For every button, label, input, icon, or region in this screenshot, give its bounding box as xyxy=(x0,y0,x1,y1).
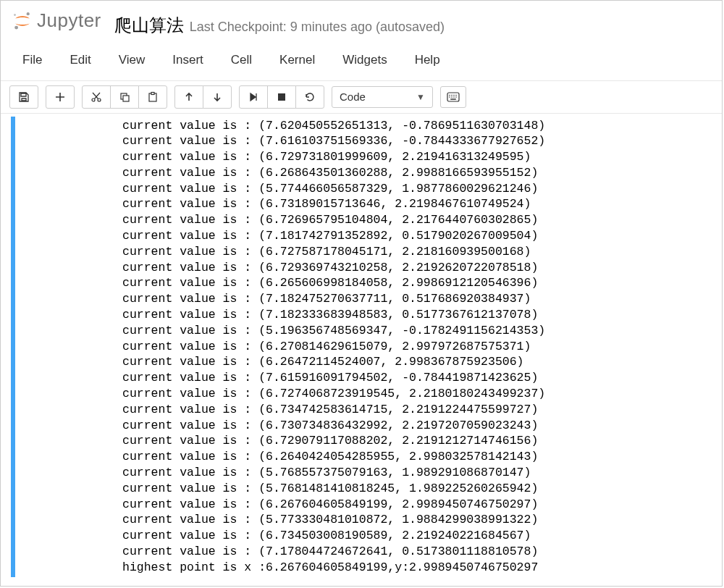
interrupt-button[interactable] xyxy=(267,85,296,109)
svg-rect-8 xyxy=(151,92,154,94)
notebook-area[interactable]: current value is : (7.620450552651313, -… xyxy=(1,114,722,583)
svg-rect-9 xyxy=(278,93,285,101)
insert-cell-button[interactable] xyxy=(46,85,75,109)
app-window: Jupyter 爬山算法 Last Checkpoint: 9 minutes … xyxy=(0,0,723,587)
menu-kernel[interactable]: Kernel xyxy=(271,47,324,73)
cell-type-select[interactable]: Code ▼ xyxy=(332,86,433,108)
notebook-title[interactable]: 爬山算法 xyxy=(114,14,184,37)
svg-point-11 xyxy=(449,94,450,96)
menu-edit[interactable]: Edit xyxy=(61,47,99,73)
svg-point-2 xyxy=(14,14,16,16)
svg-point-3 xyxy=(92,98,95,101)
svg-point-1 xyxy=(14,25,18,29)
cut-button[interactable] xyxy=(82,85,111,109)
svg-point-14 xyxy=(455,94,457,96)
copy-button[interactable] xyxy=(110,85,139,109)
svg-point-16 xyxy=(451,96,452,98)
menu-file[interactable]: File xyxy=(14,47,51,73)
keyboard-icon xyxy=(447,92,460,102)
checkpoint-text: Last Checkpoint: 9 minutes ago (autosave… xyxy=(190,20,445,35)
command-palette-button[interactable] xyxy=(440,86,466,108)
menu-view[interactable]: View xyxy=(110,47,154,73)
svg-point-12 xyxy=(451,94,452,96)
arrow-down-icon xyxy=(211,91,223,103)
refresh-icon xyxy=(304,91,316,103)
cell-type-value: Code xyxy=(340,91,366,103)
chevron-down-icon: ▼ xyxy=(416,92,425,102)
svg-point-17 xyxy=(453,96,455,98)
arrow-up-icon xyxy=(183,91,195,103)
restart-button[interactable] xyxy=(295,85,324,109)
svg-point-4 xyxy=(98,98,101,101)
paste-icon xyxy=(147,91,159,103)
stop-icon xyxy=(276,91,287,103)
svg-point-0 xyxy=(27,12,30,15)
menu-insert[interactable]: Insert xyxy=(164,47,212,73)
save-button[interactable] xyxy=(9,85,38,109)
output-cell: current value is : (7.620450552651313, -… xyxy=(8,117,715,577)
menu-widgets[interactable]: Widgets xyxy=(334,47,395,73)
plus-icon xyxy=(54,91,66,103)
menubar: File Edit View Insert Cell Kernel Widget… xyxy=(1,40,722,81)
scissors-icon xyxy=(90,91,102,103)
paste-button[interactable] xyxy=(138,85,167,109)
save-icon xyxy=(18,91,30,103)
jupyter-icon xyxy=(12,11,33,31)
svg-point-18 xyxy=(455,96,457,98)
menu-cell[interactable]: Cell xyxy=(222,47,261,73)
toolbar: Code ▼ xyxy=(1,81,722,114)
jupyter-logo-text: Jupyter xyxy=(37,9,101,32)
menu-help[interactable]: Help xyxy=(406,47,449,73)
svg-point-13 xyxy=(453,94,455,96)
header: Jupyter 爬山算法 Last Checkpoint: 9 minutes … xyxy=(1,1,722,40)
step-forward-icon xyxy=(248,91,259,103)
copy-icon xyxy=(119,91,130,103)
jupyter-logo[interactable]: Jupyter xyxy=(12,9,101,32)
svg-rect-6 xyxy=(123,96,129,101)
move-up-button[interactable] xyxy=(174,85,203,109)
move-down-button[interactable] xyxy=(203,85,232,109)
run-button[interactable] xyxy=(239,85,268,109)
svg-rect-19 xyxy=(450,98,456,100)
svg-point-15 xyxy=(449,96,450,98)
cell-output: current value is : (7.620450552651313, -… xyxy=(15,117,545,577)
